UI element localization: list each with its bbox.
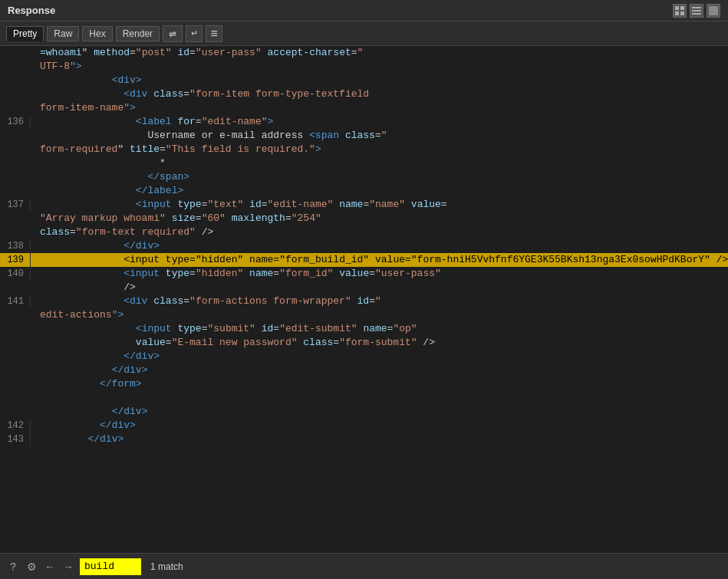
code-line-140: 140 <input type="hidden" name="form_id" …	[0, 267, 728, 281]
code-text: </div>	[31, 405, 728, 419]
code-line: </form>	[0, 377, 728, 391]
panel-title: Response	[8, 5, 55, 16]
menu-button[interactable]: ≡	[206, 25, 222, 42]
code-line: </label>	[0, 184, 728, 198]
code-line: form-required" title="This field is requ…	[0, 143, 728, 156]
code-text: =whoami" method="post" id="user-pass" ac…	[31, 46, 728, 60]
line-number: 139	[0, 253, 31, 267]
code-line: />	[0, 281, 728, 294]
close-icon[interactable]	[707, 4, 720, 18]
newline-button[interactable]: ↵	[186, 25, 203, 42]
tab-raw[interactable]: Raw	[47, 26, 79, 41]
svg-rect-1	[680, 6, 684, 10]
code-text: </label>	[31, 184, 728, 198]
code-text: <input type="hidden" name="form_build_id…	[31, 253, 728, 267]
nav-next-button[interactable]: →	[61, 560, 75, 574]
line-number: 138	[0, 239, 31, 253]
code-line-136: 136 <label for="edit-name">	[0, 115, 728, 129]
svg-rect-3	[680, 12, 684, 15]
line-number: 141	[0, 294, 31, 308]
code-text: </div>	[31, 419, 728, 433]
svg-rect-7	[709, 6, 718, 15]
bottom-bar: ? ⚙ ← → 1 match	[0, 553, 728, 579]
code-line: </div>	[0, 405, 728, 419]
code-text: Username or e-mail address <span class="	[31, 129, 728, 143]
code-text: </div>	[31, 433, 728, 446]
code-line-142: 142 </div>	[0, 419, 728, 433]
code-line-137: 137 <input type="text" id="edit-name" na…	[0, 198, 728, 212]
code-line-139-highlighted: 139 <input type="hidden" name="form_buil…	[0, 253, 728, 267]
code-line: <div class="form-item form-type-textfiel…	[0, 87, 728, 101]
question-icon-button[interactable]: ?	[6, 560, 20, 574]
tab-hex[interactable]: Hex	[82, 26, 112, 41]
code-text: edit-actions">	[31, 308, 728, 322]
code-line: Username or e-mail address <span class="	[0, 129, 728, 143]
code-text: <label for="edit-name">	[31, 115, 728, 129]
code-text: <div class="form-item form-type-textfiel…	[31, 87, 728, 101]
line-number: 137	[0, 198, 31, 212]
code-text: </span>	[31, 170, 728, 184]
svg-rect-2	[675, 12, 679, 15]
line-number: 142	[0, 419, 31, 433]
svg-rect-4	[692, 7, 701, 8]
code-text: </form>	[31, 377, 728, 391]
code-line: class="form-text required" />	[0, 225, 728, 239]
code-text: UTF-8">	[31, 60, 728, 74]
tab-pretty[interactable]: Pretty	[6, 26, 44, 41]
code-text: </div>	[31, 239, 728, 253]
code-line: *	[0, 156, 728, 170]
code-text: <div class="form-actions form-wrapper" i…	[31, 294, 728, 308]
code-area: =whoami" method="post" id="user-pass" ac…	[0, 46, 728, 553]
code-line: =whoami" method="post" id="user-pass" ac…	[0, 46, 728, 60]
code-line: UTF-8">	[0, 60, 728, 74]
code-text: <input type="text" id="edit-name" name="…	[31, 198, 728, 212]
panel-icon-group	[673, 4, 720, 18]
svg-rect-5	[692, 10, 701, 12]
code-line-141: 141 <div class="form-actions form-wrappe…	[0, 294, 728, 308]
settings-icon-button[interactable]: ⚙	[25, 560, 38, 574]
code-line: edit-actions">	[0, 308, 728, 322]
code-text: class="form-text required" />	[31, 225, 728, 239]
code-line: <div>	[0, 74, 728, 87]
svg-rect-6	[692, 13, 701, 15]
code-text: *	[31, 156, 728, 170]
code-line: value="E-mail new password" class="form-…	[0, 336, 728, 350]
code-line: </div>	[0, 364, 728, 377]
search-input[interactable]	[80, 558, 141, 575]
code-line: form-item-name">	[0, 101, 728, 115]
code-text: </div>	[31, 350, 728, 364]
match-count: 1 match	[150, 561, 183, 572]
code-line: </div>	[0, 350, 728, 364]
code-text: <input type="hidden" name="form_id" valu…	[31, 267, 728, 281]
line-number: 143	[0, 433, 31, 446]
svg-rect-0	[675, 6, 679, 10]
code-text: form-item-name">	[31, 101, 728, 115]
toolbar: Pretty Raw Hex Render ⇌ ↵ ≡	[0, 21, 728, 46]
code-line: <input type="submit" id="edit-submit" na…	[0, 322, 728, 336]
grid-view-icon[interactable]	[673, 4, 687, 18]
code-text: <input type="submit" id="edit-submit" na…	[31, 322, 728, 336]
code-line	[0, 391, 728, 405]
code-text: "Array markup whoami" size="60" maxlengt…	[31, 212, 728, 225]
panel-header: Response	[0, 0, 728, 21]
tab-render[interactable]: Render	[116, 26, 160, 41]
line-number: 140	[0, 267, 31, 281]
list-view-icon[interactable]	[690, 4, 703, 18]
format-button[interactable]: ⇌	[163, 25, 183, 42]
code-line-138: 138 </div>	[0, 239, 728, 253]
code-line: "Array markup whoami" size="60" maxlengt…	[0, 212, 728, 225]
response-panel: Response	[0, 0, 728, 579]
nav-prev-button[interactable]: ←	[43, 560, 57, 574]
code-text: form-required" title="This field is requ…	[31, 143, 728, 156]
code-text: </div>	[31, 364, 728, 377]
code-text: value="E-mail new password" class="form-…	[31, 336, 728, 350]
code-text: />	[31, 281, 728, 294]
code-line-143: 143 </div>	[0, 433, 728, 446]
code-text: <div>	[31, 74, 728, 87]
line-number: 136	[0, 115, 31, 129]
code-line: </span>	[0, 170, 728, 184]
